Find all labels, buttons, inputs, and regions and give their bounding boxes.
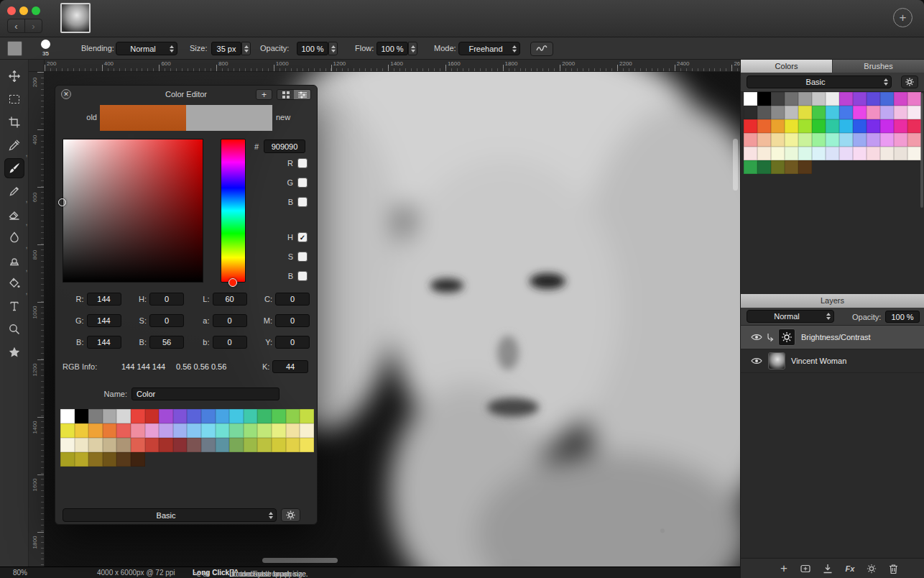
color-swatch[interactable] xyxy=(771,147,785,160)
color-swatch[interactable] xyxy=(244,438,258,452)
color-swatch[interactable] xyxy=(272,409,286,423)
color-swatch[interactable] xyxy=(75,438,89,452)
color-swatch[interactable] xyxy=(216,409,230,423)
value-input[interactable] xyxy=(213,314,247,327)
channel-checkbox[interactable] xyxy=(297,178,308,188)
color-swatch[interactable] xyxy=(894,92,907,106)
value-input[interactable] xyxy=(213,336,247,349)
color-swatch[interactable] xyxy=(216,438,230,452)
color-swatch[interactable] xyxy=(785,160,798,174)
color-swatch[interactable] xyxy=(798,160,812,174)
sliders-view-icon[interactable] xyxy=(294,90,310,99)
color-swatch[interactable] xyxy=(187,423,201,438)
saturation-brightness-picker[interactable] xyxy=(63,139,203,283)
color-swatch[interactable] xyxy=(286,409,300,423)
color-swatch[interactable] xyxy=(103,409,117,423)
grid-view-icon[interactable] xyxy=(277,90,294,99)
color-swatch[interactable] xyxy=(145,409,160,423)
color-swatch[interactable] xyxy=(798,147,812,160)
color-swatch[interactable] xyxy=(812,92,826,106)
eye-icon[interactable] xyxy=(748,334,765,341)
color-swatch[interactable] xyxy=(131,438,145,452)
color-swatch[interactable] xyxy=(131,409,145,423)
color-swatch[interactable] xyxy=(812,147,826,160)
color-swatch[interactable] xyxy=(826,119,839,133)
color-swatch[interactable] xyxy=(757,160,771,174)
color-swatch[interactable] xyxy=(187,409,201,423)
color-swatch[interactable] xyxy=(116,409,131,423)
color-swatch[interactable] xyxy=(159,423,173,438)
value-input[interactable] xyxy=(275,293,310,306)
color-swatch[interactable] xyxy=(798,106,812,119)
color-swatch[interactable] xyxy=(88,452,103,467)
clone-tool[interactable]: , xyxy=(4,250,24,270)
color-swatch[interactable] xyxy=(880,133,894,147)
color-swatch[interactable] xyxy=(257,438,272,452)
color-swatch[interactable] xyxy=(880,147,894,160)
color-swatch[interactable] xyxy=(894,133,907,147)
color-swatch[interactable] xyxy=(894,147,907,160)
color-swatch[interactable] xyxy=(244,423,258,438)
color-swatch[interactable] xyxy=(103,423,117,438)
color-swatch[interactable] xyxy=(757,133,771,147)
color-swatch[interactable] xyxy=(201,438,216,452)
gear-icon[interactable] xyxy=(281,508,300,522)
color-swatch[interactable] xyxy=(907,147,921,160)
color-swatch[interactable] xyxy=(771,133,785,147)
color-swatch[interactable] xyxy=(785,92,798,106)
color-swatch[interactable] xyxy=(75,423,89,438)
color-swatch[interactable] xyxy=(757,119,771,133)
value-input[interactable] xyxy=(149,293,184,306)
sidebar-scrollbar[interactable] xyxy=(920,93,923,208)
zoom-tool[interactable] xyxy=(4,319,24,339)
color-swatch[interactable] xyxy=(88,438,103,452)
new-group-icon[interactable] xyxy=(797,561,814,577)
color-swatch[interactable] xyxy=(131,452,145,467)
color-swatch[interactable] xyxy=(229,409,244,423)
color-swatch[interactable] xyxy=(272,423,286,438)
layer-opacity-input[interactable] xyxy=(885,311,920,323)
add-swatch-button[interactable]: + xyxy=(256,89,272,100)
color-swatch[interactable] xyxy=(744,106,757,119)
color-swatch[interactable] xyxy=(798,133,812,147)
color-swatch[interactable] xyxy=(853,106,867,119)
color-swatch[interactable] xyxy=(60,409,75,423)
color-swatch[interactable] xyxy=(744,147,757,160)
color-swatch[interactable] xyxy=(286,438,300,452)
selection-tool[interactable] xyxy=(4,89,24,109)
color-swatch[interactable] xyxy=(116,438,131,452)
back-button[interactable]: ‹ xyxy=(7,19,25,33)
color-swatch[interactable] xyxy=(244,409,258,423)
color-swatch[interactable] xyxy=(853,147,867,160)
layer-row[interactable]: Brightness/Contrast xyxy=(741,326,924,349)
value-input[interactable] xyxy=(213,293,247,306)
color-picker-cursor[interactable] xyxy=(58,198,66,206)
channel-checkbox[interactable] xyxy=(297,197,308,207)
color-swatch[interactable] xyxy=(300,423,314,438)
color-swatch[interactable] xyxy=(839,119,853,133)
color-swatch[interactable] xyxy=(173,423,188,438)
eyedropper-tool[interactable]: , xyxy=(4,135,24,155)
value-input[interactable] xyxy=(149,336,184,349)
color-swatch[interactable] xyxy=(826,106,839,119)
color-swatch[interactable] xyxy=(201,423,216,438)
gear-icon[interactable] xyxy=(901,75,918,88)
color-name-input[interactable] xyxy=(131,387,279,400)
color-swatch[interactable] xyxy=(300,409,314,423)
effects-button[interactable]: Fx xyxy=(841,561,859,577)
color-swatch[interactable] xyxy=(216,423,230,438)
color-swatch[interactable] xyxy=(785,133,798,147)
color-swatch[interactable] xyxy=(894,119,907,133)
pencil-tool[interactable]: , xyxy=(4,181,24,201)
hue-slider-cursor[interactable] xyxy=(228,278,237,287)
color-swatch[interactable] xyxy=(744,119,757,133)
value-input[interactable] xyxy=(87,314,121,327)
text-tool[interactable] xyxy=(4,296,24,316)
shapes-tool[interactable] xyxy=(4,342,24,362)
brush-settings-button[interactable] xyxy=(530,42,553,56)
color-swatch[interactable] xyxy=(60,438,75,452)
color-swatch[interactable] xyxy=(771,160,785,174)
layer-blend-select[interactable]: Normal xyxy=(747,310,834,323)
channel-checkbox[interactable] xyxy=(297,271,308,281)
color-swatch[interactable] xyxy=(907,133,921,147)
